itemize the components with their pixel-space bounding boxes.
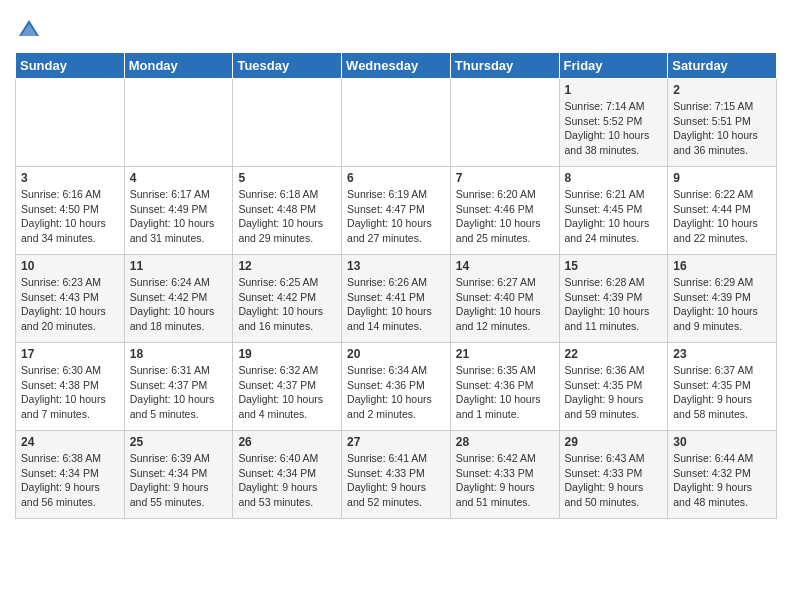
day-number: 27 [347,435,445,449]
logo [15,16,47,44]
day-info: Sunrise: 6:27 AM Sunset: 4:40 PM Dayligh… [456,275,554,334]
calendar-cell: 4Sunrise: 6:17 AM Sunset: 4:49 PM Daylig… [124,167,233,255]
calendar-cell: 6Sunrise: 6:19 AM Sunset: 4:47 PM Daylig… [342,167,451,255]
day-info: Sunrise: 6:32 AM Sunset: 4:37 PM Dayligh… [238,363,336,422]
calendar-cell: 16Sunrise: 6:29 AM Sunset: 4:39 PM Dayli… [668,255,777,343]
day-number: 20 [347,347,445,361]
week-row-4: 17Sunrise: 6:30 AM Sunset: 4:38 PM Dayli… [16,343,777,431]
header-day-wednesday: Wednesday [342,53,451,79]
calendar-cell: 24Sunrise: 6:38 AM Sunset: 4:34 PM Dayli… [16,431,125,519]
day-info: Sunrise: 6:24 AM Sunset: 4:42 PM Dayligh… [130,275,228,334]
week-row-5: 24Sunrise: 6:38 AM Sunset: 4:34 PM Dayli… [16,431,777,519]
calendar-cell: 23Sunrise: 6:37 AM Sunset: 4:35 PM Dayli… [668,343,777,431]
day-number: 7 [456,171,554,185]
day-number: 11 [130,259,228,273]
calendar-cell: 17Sunrise: 6:30 AM Sunset: 4:38 PM Dayli… [16,343,125,431]
day-number: 14 [456,259,554,273]
day-number: 3 [21,171,119,185]
week-row-2: 3Sunrise: 6:16 AM Sunset: 4:50 PM Daylig… [16,167,777,255]
day-info: Sunrise: 6:29 AM Sunset: 4:39 PM Dayligh… [673,275,771,334]
day-info: Sunrise: 6:23 AM Sunset: 4:43 PM Dayligh… [21,275,119,334]
calendar-cell: 12Sunrise: 6:25 AM Sunset: 4:42 PM Dayli… [233,255,342,343]
calendar-cell [233,79,342,167]
calendar-cell: 11Sunrise: 6:24 AM Sunset: 4:42 PM Dayli… [124,255,233,343]
day-number: 23 [673,347,771,361]
calendar-cell: 25Sunrise: 6:39 AM Sunset: 4:34 PM Dayli… [124,431,233,519]
header-row: SundayMondayTuesdayWednesdayThursdayFrid… [16,53,777,79]
header-day-monday: Monday [124,53,233,79]
day-info: Sunrise: 6:41 AM Sunset: 4:33 PM Dayligh… [347,451,445,510]
day-info: Sunrise: 7:15 AM Sunset: 5:51 PM Dayligh… [673,99,771,158]
calendar-cell: 28Sunrise: 6:42 AM Sunset: 4:33 PM Dayli… [450,431,559,519]
header-day-saturday: Saturday [668,53,777,79]
day-info: Sunrise: 6:44 AM Sunset: 4:32 PM Dayligh… [673,451,771,510]
day-info: Sunrise: 6:37 AM Sunset: 4:35 PM Dayligh… [673,363,771,422]
day-number: 19 [238,347,336,361]
calendar-cell [124,79,233,167]
calendar-cell: 5Sunrise: 6:18 AM Sunset: 4:48 PM Daylig… [233,167,342,255]
day-number: 22 [565,347,663,361]
day-info: Sunrise: 6:16 AM Sunset: 4:50 PM Dayligh… [21,187,119,246]
week-row-3: 10Sunrise: 6:23 AM Sunset: 4:43 PM Dayli… [16,255,777,343]
day-number: 2 [673,83,771,97]
day-info: Sunrise: 6:22 AM Sunset: 4:44 PM Dayligh… [673,187,771,246]
day-number: 17 [21,347,119,361]
day-number: 29 [565,435,663,449]
day-info: Sunrise: 6:39 AM Sunset: 4:34 PM Dayligh… [130,451,228,510]
calendar-cell: 29Sunrise: 6:43 AM Sunset: 4:33 PM Dayli… [559,431,668,519]
calendar-cell: 22Sunrise: 6:36 AM Sunset: 4:35 PM Dayli… [559,343,668,431]
day-info: Sunrise: 6:35 AM Sunset: 4:36 PM Dayligh… [456,363,554,422]
calendar-cell: 8Sunrise: 6:21 AM Sunset: 4:45 PM Daylig… [559,167,668,255]
day-info: Sunrise: 6:28 AM Sunset: 4:39 PM Dayligh… [565,275,663,334]
day-number: 16 [673,259,771,273]
calendar-cell: 9Sunrise: 6:22 AM Sunset: 4:44 PM Daylig… [668,167,777,255]
day-number: 21 [456,347,554,361]
day-number: 6 [347,171,445,185]
day-info: Sunrise: 6:20 AM Sunset: 4:46 PM Dayligh… [456,187,554,246]
day-number: 28 [456,435,554,449]
logo-icon [15,16,43,44]
day-number: 13 [347,259,445,273]
day-info: Sunrise: 7:14 AM Sunset: 5:52 PM Dayligh… [565,99,663,158]
day-number: 4 [130,171,228,185]
calendar-cell [450,79,559,167]
calendar-cell: 13Sunrise: 6:26 AM Sunset: 4:41 PM Dayli… [342,255,451,343]
day-info: Sunrise: 6:25 AM Sunset: 4:42 PM Dayligh… [238,275,336,334]
day-info: Sunrise: 6:26 AM Sunset: 4:41 PM Dayligh… [347,275,445,334]
day-info: Sunrise: 6:17 AM Sunset: 4:49 PM Dayligh… [130,187,228,246]
day-number: 15 [565,259,663,273]
day-info: Sunrise: 6:43 AM Sunset: 4:33 PM Dayligh… [565,451,663,510]
day-number: 8 [565,171,663,185]
day-info: Sunrise: 6:18 AM Sunset: 4:48 PM Dayligh… [238,187,336,246]
header-day-friday: Friday [559,53,668,79]
day-info: Sunrise: 6:21 AM Sunset: 4:45 PM Dayligh… [565,187,663,246]
calendar-cell: 30Sunrise: 6:44 AM Sunset: 4:32 PM Dayli… [668,431,777,519]
day-number: 30 [673,435,771,449]
day-number: 24 [21,435,119,449]
day-number: 25 [130,435,228,449]
calendar-cell: 18Sunrise: 6:31 AM Sunset: 4:37 PM Dayli… [124,343,233,431]
header-day-thursday: Thursday [450,53,559,79]
header-day-sunday: Sunday [16,53,125,79]
calendar-cell: 3Sunrise: 6:16 AM Sunset: 4:50 PM Daylig… [16,167,125,255]
day-info: Sunrise: 6:19 AM Sunset: 4:47 PM Dayligh… [347,187,445,246]
day-number: 5 [238,171,336,185]
week-row-1: 1Sunrise: 7:14 AM Sunset: 5:52 PM Daylig… [16,79,777,167]
calendar-cell: 10Sunrise: 6:23 AM Sunset: 4:43 PM Dayli… [16,255,125,343]
calendar-cell: 20Sunrise: 6:34 AM Sunset: 4:36 PM Dayli… [342,343,451,431]
day-info: Sunrise: 6:36 AM Sunset: 4:35 PM Dayligh… [565,363,663,422]
calendar-cell: 1Sunrise: 7:14 AM Sunset: 5:52 PM Daylig… [559,79,668,167]
calendar-cell: 21Sunrise: 6:35 AM Sunset: 4:36 PM Dayli… [450,343,559,431]
day-info: Sunrise: 6:31 AM Sunset: 4:37 PM Dayligh… [130,363,228,422]
calendar-cell: 7Sunrise: 6:20 AM Sunset: 4:46 PM Daylig… [450,167,559,255]
calendar-cell: 15Sunrise: 6:28 AM Sunset: 4:39 PM Dayli… [559,255,668,343]
day-info: Sunrise: 6:38 AM Sunset: 4:34 PM Dayligh… [21,451,119,510]
day-number: 26 [238,435,336,449]
day-info: Sunrise: 6:34 AM Sunset: 4:36 PM Dayligh… [347,363,445,422]
day-number: 18 [130,347,228,361]
day-info: Sunrise: 6:30 AM Sunset: 4:38 PM Dayligh… [21,363,119,422]
day-info: Sunrise: 6:42 AM Sunset: 4:33 PM Dayligh… [456,451,554,510]
day-number: 1 [565,83,663,97]
calendar-cell [16,79,125,167]
calendar-cell: 14Sunrise: 6:27 AM Sunset: 4:40 PM Dayli… [450,255,559,343]
